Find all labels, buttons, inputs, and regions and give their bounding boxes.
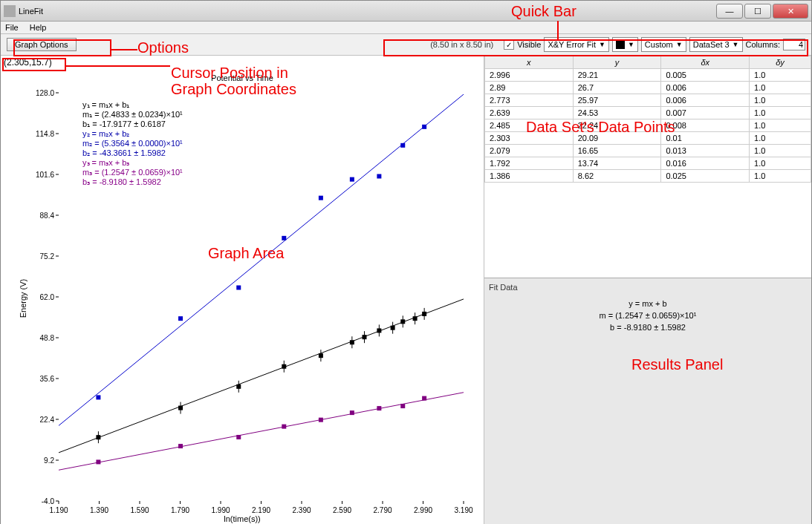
cursor-position: (2.305,15.7) [4,57,52,68]
table-row[interactable]: 2.30320.090.011.0 [485,132,811,145]
svg-rect-56 [422,125,426,129]
table-row[interactable]: 1.3868.620.0251.0 [485,170,811,183]
window-title: LineFit [19,7,715,16]
y-tick: 88.4 [23,212,54,220]
svg-rect-54 [377,174,381,179]
minimize-button[interactable]: — [716,4,743,19]
columns-spinner[interactable] [783,39,805,50]
col-header[interactable]: x [485,56,574,69]
x-tick: 1.990 [211,506,230,514]
svg-rect-66 [422,396,426,401]
y-tick: 22.4 [23,416,54,424]
svg-rect-65 [400,404,405,408]
x-axis-label: ln(time(s)) [224,514,261,523]
close-button[interactable]: ✕ [773,4,808,19]
fit-b: b = -8.9180 ± 1.5982 [489,321,807,333]
visible-label: Visible [517,40,541,49]
table-row[interactable]: 2.07916.650.0131.0 [485,145,811,157]
y-tick: 128.0 [23,89,54,97]
y-tick: -4.0 [23,497,54,505]
table-row[interactable]: 1.79213.740.0161.0 [485,157,811,170]
svg-rect-50 [236,286,241,290]
svg-rect-49 [178,316,183,321]
data-table-panel: xyδxδy 2.99629.210.0051.02.8926.70.0061.… [484,56,811,278]
x-tick: 2.390 [292,506,311,514]
svg-rect-53 [350,177,354,182]
x-tick: 2.990 [414,506,432,514]
y-tick: 101.6 [23,171,54,179]
svg-rect-64 [377,406,381,410]
columns-label: Columns: [746,40,780,49]
table-row[interactable]: 2.77325.970.0061.0 [485,94,811,107]
axis-type-select[interactable]: Custom▼ [641,37,686,52]
quickbar: ✓ Visible X&Y Error Fit▼ ▼ Custom▼ DataS… [504,37,805,52]
color-swatch-select[interactable]: ▼ [612,37,638,52]
svg-rect-51 [282,236,286,240]
svg-rect-60 [236,435,241,439]
table-row[interactable]: 2.48522.240.0081.0 [485,119,811,132]
table-row[interactable]: 2.99629.210.0051.0 [485,69,811,82]
col-header[interactable]: δy [750,56,811,69]
dimensions-label: (8.50 in x 8.50 in) [430,40,493,49]
fit-title: Fit Data [489,283,807,292]
col-header[interactable]: δx [661,56,750,69]
x-tick: 1.790 [171,506,189,514]
x-tick: 1.390 [90,506,108,514]
y-tick: 48.8 [23,334,54,342]
dataset-select[interactable]: DataSet 3▼ [689,37,743,52]
svg-rect-59 [178,444,183,448]
x-tick: 1.190 [49,506,68,514]
col-header[interactable]: y [573,56,661,69]
chart-title: Potential vs Time [1,73,484,82]
toolbar: Graph Options (8.50 in x 8.50 in) ✓ Visi… [1,34,811,56]
table-row[interactable]: 2.8926.70.0061.0 [485,82,811,94]
y-tick: 9.2 [23,456,54,465]
data-table[interactable]: xyδxδy 2.99629.210.0051.02.8926.70.0061.… [484,56,811,183]
fit-equation: y = mx + b [489,298,807,310]
x-tick: 2.190 [252,506,270,514]
fit-panel: Fit Data y = mx + b m = (1.2547 ± 0.0659… [484,278,811,524]
svg-rect-62 [319,418,323,422]
graph-panel: (2.305,15.7) Potential vs Time Energy (V… [1,56,484,524]
x-tick: 1.590 [130,506,149,514]
svg-rect-61 [282,425,286,429]
menu-file[interactable]: File [5,23,19,32]
x-tick: 3.190 [454,506,472,514]
svg-rect-52 [319,196,323,200]
y-tick: 75.2 [23,252,54,261]
menu-help[interactable]: Help [30,23,47,32]
y-tick: 114.8 [23,130,54,138]
fit-m: m = (1.2547 ± 0.0659)×10¹ [489,310,807,321]
menubar: File Help [1,22,811,34]
fit-type-select[interactable]: X&Y Error Fit▼ [544,37,609,52]
titlebar: LineFit — ☐ ✕ [1,1,811,22]
svg-rect-58 [96,459,100,464]
x-tick: 2.790 [373,506,392,514]
svg-rect-63 [350,410,354,415]
table-row[interactable]: 2.63924.530.0071.0 [485,107,811,119]
y-tick: 35.6 [23,375,54,383]
graph-options-button[interactable]: Graph Options [7,38,77,51]
visible-checkbox[interactable]: ✓ [504,39,514,50]
svg-rect-48 [96,395,100,399]
maximize-button[interactable]: ☐ [744,4,771,19]
y-tick: 62.0 [23,293,54,301]
svg-rect-55 [400,143,405,148]
fit-legend: y₁ = m₁x + b₁ m₁ = (2.4833 ± 0.0234)×10¹… [82,100,183,187]
app-icon [4,5,16,17]
x-tick: 2.590 [333,506,351,514]
